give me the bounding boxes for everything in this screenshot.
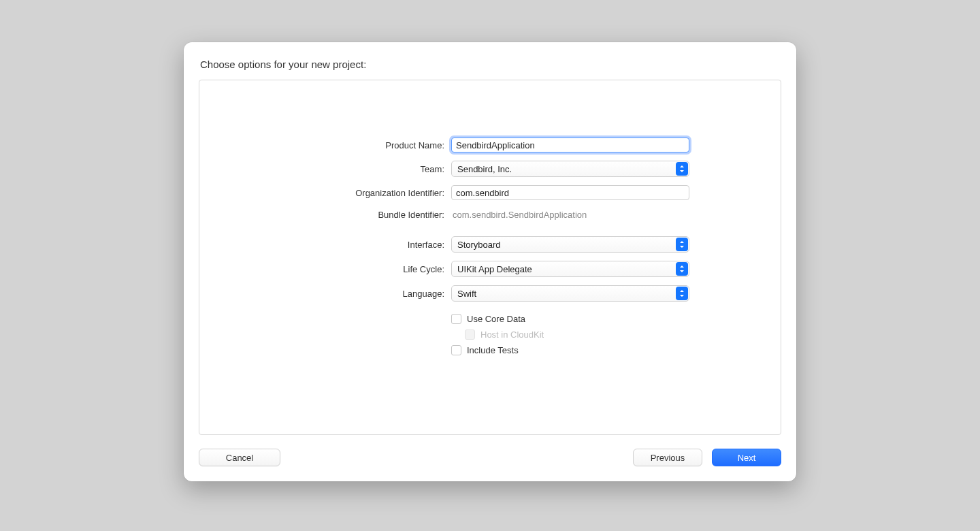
use-core-data-label: Use Core Data bbox=[467, 314, 525, 324]
life-cycle-popup-value: UIKit App Delegate bbox=[457, 264, 532, 274]
new-project-options-sheet: Choose options for your new project: Pro… bbox=[184, 42, 796, 481]
sheet-title: Choose options for your new project: bbox=[200, 59, 781, 70]
product-name-field[interactable] bbox=[451, 138, 689, 152]
language-popup[interactable]: Swift bbox=[451, 285, 689, 302]
next-button[interactable]: Next bbox=[712, 449, 781, 466]
team-label: Team: bbox=[282, 164, 451, 174]
interface-popup[interactable]: Storyboard bbox=[451, 236, 689, 253]
team-popup-value: Sendbird, Inc. bbox=[457, 164, 512, 174]
life-cycle-label: Life Cycle: bbox=[282, 264, 451, 274]
org-identifier-field[interactable] bbox=[451, 185, 689, 200]
include-tests-label: Include Tests bbox=[467, 345, 519, 355]
updown-icon bbox=[676, 262, 688, 276]
bundle-identifier-value: com.sendbird.SendbirdApplication bbox=[451, 208, 698, 221]
life-cycle-popup[interactable]: UIKit App Delegate bbox=[451, 261, 689, 277]
host-cloudkit-label: Host in CloudKit bbox=[480, 329, 544, 340]
previous-button[interactable]: Previous bbox=[633, 449, 702, 466]
host-cloudkit-checkbox bbox=[465, 329, 475, 340]
bundle-identifier-label: Bundle Identifier: bbox=[282, 210, 451, 220]
use-core-data-checkbox[interactable] bbox=[451, 314, 461, 324]
org-identifier-label: Organization Identifier: bbox=[282, 188, 451, 198]
updown-icon bbox=[676, 287, 688, 300]
options-panel: Product Name: Team: Sendbird, Inc. bbox=[199, 80, 781, 435]
team-popup[interactable]: Sendbird, Inc. bbox=[451, 161, 689, 177]
cancel-button[interactable]: Cancel bbox=[199, 449, 280, 466]
updown-icon bbox=[676, 238, 688, 251]
interface-label: Interface: bbox=[282, 240, 451, 250]
interface-popup-value: Storyboard bbox=[457, 240, 501, 250]
language-label: Language: bbox=[282, 289, 451, 299]
language-popup-value: Swift bbox=[457, 289, 476, 299]
include-tests-checkbox[interactable] bbox=[451, 345, 461, 355]
updown-icon bbox=[676, 162, 688, 176]
product-name-label: Product Name: bbox=[282, 140, 451, 150]
